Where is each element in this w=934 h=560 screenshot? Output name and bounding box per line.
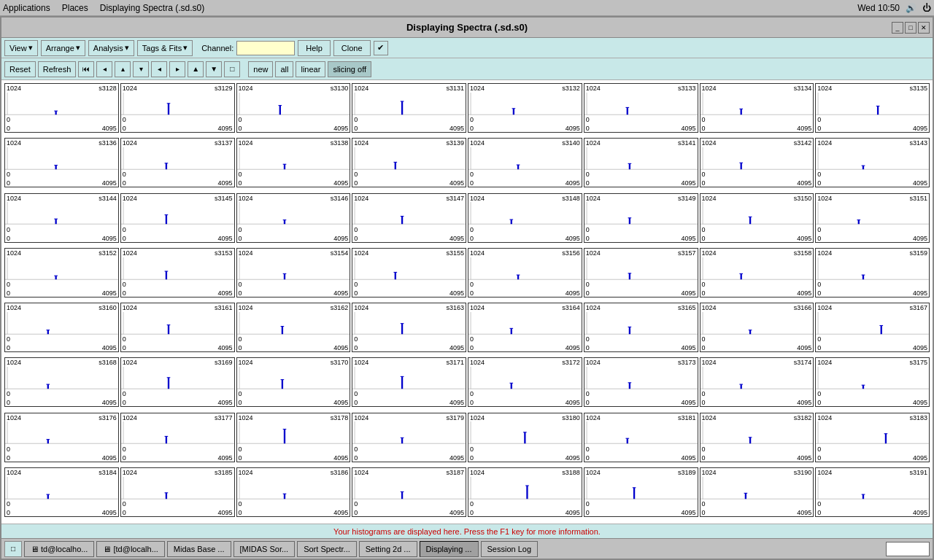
down-button[interactable]: ▾ <box>133 61 149 77</box>
slicing-off-button[interactable]: slicing off <box>328 61 371 77</box>
checkbox[interactable]: ✔ <box>374 41 388 55</box>
spectrum-cell-s3170[interactable]: 1024s3170004095 <box>236 357 351 407</box>
spectrum-cell-s3173[interactable]: 1024s3173004095 <box>584 357 698 407</box>
square-button[interactable]: □ <box>224 61 240 77</box>
spectrum-cell-s3168[interactable]: 1024s3168004095 <box>4 357 119 407</box>
task-session-log[interactable]: Session Log <box>481 541 539 557</box>
left-button[interactable]: ◂ <box>151 61 167 77</box>
spectrum-cell-s3179[interactable]: 1024s3179004095 <box>352 413 466 462</box>
spectrum-cell-s3144[interactable]: 1024s3144004095 <box>4 193 119 243</box>
task-terminal2[interactable]: 🖥 [td@localh... <box>96 541 164 557</box>
spectrum-cell-s3178[interactable]: 1024s3178004095 <box>236 413 351 462</box>
reset-button[interactable]: Reset <box>4 61 36 77</box>
spectrum-cell-s3152[interactable]: 1024s3152004095 <box>4 248 119 298</box>
spectrum-cell-s3180[interactable]: 1024s3180004095 <box>468 413 582 462</box>
prev-small-button[interactable]: ◂ <box>96 61 112 77</box>
spectrum-cell-s3161[interactable]: 1024s3161004095 <box>120 303 235 352</box>
spectrum-cell-s3160[interactable]: 1024s3160004095 <box>4 303 119 352</box>
close-button[interactable]: ✕ <box>918 22 930 34</box>
spectrum-cell-s3166[interactable]: 1024s3166004095 <box>700 303 814 352</box>
spectrum-cell-s3185[interactable]: 1024s3185004095 <box>120 467 235 517</box>
help-button[interactable]: Help <box>298 40 331 56</box>
spectrum-cell-s3184[interactable]: 1024s3184004095 <box>4 467 119 517</box>
minimize-button[interactable]: _ <box>892 22 903 34</box>
spectrum-cell-s3188[interactable]: 1024s3188004095 <box>468 467 582 517</box>
task-midas-sor[interactable]: [MIDAS Sor... <box>234 541 296 557</box>
task-midas-base[interactable]: Midas Base ... <box>167 541 231 557</box>
spectrum-cell-s3176[interactable]: 1024s3176004095 <box>4 413 119 462</box>
spectrum-cell-s3133[interactable]: 1024s3133004095 <box>584 83 698 133</box>
spectrum-cell-s3134[interactable]: 1024s3134004095 <box>700 83 814 133</box>
spectrum-cell-s3147[interactable]: 1024s3147004095 <box>352 193 466 243</box>
spectrum-cell-s3150[interactable]: 1024s3150004095 <box>700 193 814 243</box>
linear-button[interactable]: linear <box>296 61 325 77</box>
spectrum-cell-s3143[interactable]: 1024s3143004095 <box>815 138 930 187</box>
up-large-button[interactable]: ▲ <box>188 61 204 77</box>
view-menu[interactable]: View ▾ <box>4 40 38 56</box>
task-setting-2d[interactable]: Setting 2d ... <box>359 541 417 557</box>
spectrum-cell-s3157[interactable]: 1024s3157004095 <box>584 248 698 298</box>
spectrum-cell-s3130[interactable]: 1024s3130004095 <box>236 83 351 133</box>
spectrum-cell-s3186[interactable]: 1024s3186004095 <box>236 467 351 517</box>
spectrum-cell-s3132[interactable]: 1024s3132004095 <box>468 83 582 133</box>
spectrum-cell-s3171[interactable]: 1024s3171004095 <box>352 357 466 407</box>
spectrum-cell-s3169[interactable]: 1024s3169004095 <box>120 357 235 407</box>
spectrum-cell-s3164[interactable]: 1024s3164004095 <box>468 303 582 352</box>
spectrum-cell-s3149[interactable]: 1024s3149004095 <box>584 193 698 243</box>
tags-menu[interactable]: Tags & Fits ▾ <box>137 40 193 56</box>
refresh-button[interactable]: Refresh <box>38 61 77 77</box>
spectrum-cell-s3156[interactable]: 1024s3156004095 <box>468 248 582 298</box>
desktop-icon[interactable]: □ <box>4 541 22 557</box>
spectrum-cell-s3181[interactable]: 1024s3181004095 <box>584 413 698 462</box>
spectrum-cell-s3177[interactable]: 1024s3177004095 <box>120 413 235 462</box>
right-button[interactable]: ▸ <box>169 61 185 77</box>
channel-input[interactable] <box>236 41 295 55</box>
spectrum-cell-s3158[interactable]: 1024s3158004095 <box>700 248 814 298</box>
spectrum-cell-s3182[interactable]: 1024s3182004095 <box>700 413 814 462</box>
spectrum-cell-s3140[interactable]: 1024s3140004095 <box>468 138 582 187</box>
spectrum-cell-s3145[interactable]: 1024s3145004095 <box>120 193 235 243</box>
spectrum-cell-s3159[interactable]: 1024s3159004095 <box>815 248 930 298</box>
spectrum-cell-s3148[interactable]: 1024s3148004095 <box>468 193 582 243</box>
spectrum-cell-s3154[interactable]: 1024s3154004095 <box>236 248 351 298</box>
spectrum-cell-s3155[interactable]: 1024s3155004095 <box>352 248 466 298</box>
spectrum-cell-s3151[interactable]: 1024s3151004095 <box>815 193 930 243</box>
spectrum-cell-s3163[interactable]: 1024s3163004095 <box>352 303 466 352</box>
task-sort-spectr[interactable]: Sort Spectr... <box>297 541 357 557</box>
clone-button[interactable]: Clone <box>333 40 371 56</box>
spectrum-cell-s3142[interactable]: 1024s3142004095 <box>700 138 814 187</box>
arrange-menu[interactable]: Arrange ▾ <box>41 40 85 56</box>
applications-menu[interactable]: Applications <box>3 3 50 13</box>
spectrum-cell-s3139[interactable]: 1024s3139004095 <box>352 138 466 187</box>
first-button[interactable]: ⏮ <box>78 61 94 77</box>
spectrum-cell-s3146[interactable]: 1024s3146004095 <box>236 193 351 243</box>
spectrum-cell-s3135[interactable]: 1024s3135004095 <box>815 83 930 133</box>
up-button[interactable]: ▴ <box>115 61 131 77</box>
spectrum-cell-s3129[interactable]: 1024s3129004095 <box>120 83 235 133</box>
spectrum-cell-s3136[interactable]: 1024s3136004095 <box>4 138 119 187</box>
spectrum-cell-s3167[interactable]: 1024s3167004095 <box>815 303 930 352</box>
spectrum-cell-s3190[interactable]: 1024s3190004095 <box>700 467 814 517</box>
task-terminal1[interactable]: 🖥 td@localho... <box>24 541 94 557</box>
spectrum-cell-s3162[interactable]: 1024s3162004095 <box>236 303 351 352</box>
maximize-button[interactable]: □ <box>905 22 916 34</box>
spectrum-cell-s3183[interactable]: 1024s3183004095 <box>815 413 930 462</box>
spectrum-cell-s3174[interactable]: 1024s3174004095 <box>700 357 814 407</box>
down-large-button[interactable]: ▼ <box>206 61 222 77</box>
taskbar-input[interactable] <box>886 542 930 556</box>
analysis-menu[interactable]: Analysis ▾ <box>88 40 134 56</box>
spectrum-cell-s3175[interactable]: 1024s3175004095 <box>815 357 930 407</box>
task-displaying[interactable]: Displaying ... <box>420 541 479 557</box>
spectrum-cell-s3172[interactable]: 1024s3172004095 <box>468 357 582 407</box>
spectrum-cell-s3131[interactable]: 1024s3131004095 <box>352 83 466 133</box>
all-button[interactable]: all <box>275 61 293 77</box>
spectrum-cell-s3137[interactable]: 1024s3137004095 <box>120 138 235 187</box>
places-menu[interactable]: Places <box>62 3 88 13</box>
spectrum-cell-s3191[interactable]: 1024s3191004095 <box>815 467 930 517</box>
spectrum-cell-s3141[interactable]: 1024s3141004095 <box>584 138 698 187</box>
spectrum-cell-s3187[interactable]: 1024s3187004095 <box>352 467 466 517</box>
new-button[interactable]: new <box>248 61 273 77</box>
spectrum-cell-s3128[interactable]: 1024s3128004095 <box>4 83 119 133</box>
spectrum-cell-s3165[interactable]: 1024s3165004095 <box>584 303 698 352</box>
spectrum-cell-s3138[interactable]: 1024s3138004095 <box>236 138 351 187</box>
